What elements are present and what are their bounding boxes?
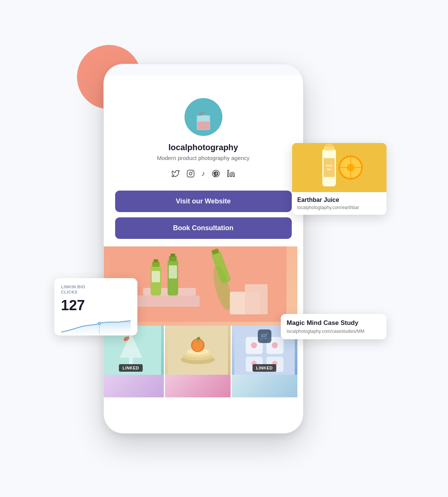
earthbar-card-body: Earthbar Juice localphotogtaphy.com/eart… [292, 192, 386, 215]
earthbar-image-svg: earth bar [292, 143, 386, 192]
earthbar-card: earth bar Earthbar Juice localphotogtaph… [292, 143, 386, 215]
svg-rect-55 [323, 158, 335, 177]
grid-row2-item-1 [103, 375, 164, 397]
magic-mind-card-url: localphotogtaphy.com/casestudies/MM [287, 329, 380, 334]
linked-badge-3: LINKED [252, 364, 277, 372]
book-consultation-button[interactable]: Book Consultation [115, 217, 292, 239]
svg-point-62 [347, 164, 354, 171]
svg-rect-20 [171, 254, 175, 257]
profile-username: localphotography [168, 143, 238, 152]
svg-point-48 [272, 342, 278, 348]
phone-status-bar [104, 64, 303, 75]
earthbar-card-url: localphotogtaphy.com/earthbar [297, 205, 381, 210]
linked-badge-1: LINKED [119, 364, 143, 372]
analytics-card: LINKIN.BIOCLICKS 127 [54, 278, 137, 335]
twitter-icon[interactable] [171, 169, 180, 180]
svg-text:bar: bar [327, 168, 331, 171]
profile-avatar [185, 98, 222, 136]
cart-icon-badge: 🛒 [258, 329, 271, 343]
linkedin-icon[interactable] [227, 169, 235, 180]
analytics-label: LINKIN.BIOCLICKS [61, 284, 131, 295]
pinterest-icon[interactable] [212, 169, 220, 180]
tiktok-icon[interactable]: ♪ [202, 169, 205, 180]
avatar-image [185, 98, 222, 136]
grid-img-2 [165, 326, 231, 375]
phone-mockup: localphotography Modern product photogra… [103, 64, 303, 434]
svg-rect-3 [197, 122, 209, 129]
svg-rect-16 [154, 259, 158, 262]
svg-rect-15 [152, 262, 160, 267]
grid-row2-item-3 [232, 375, 297, 397]
svg-rect-17 [152, 271, 160, 282]
earthbar-card-title: Earthbar Juice [297, 197, 381, 203]
social-icons-row: ♪ [171, 169, 236, 180]
svg-rect-19 [169, 256, 177, 261]
svg-rect-13 [132, 295, 200, 307]
svg-rect-26 [245, 284, 268, 314]
svg-point-8 [192, 171, 192, 172]
magic-mind-card-title: Magic Mind Case Study [287, 319, 380, 327]
svg-rect-9 [228, 172, 229, 177]
svg-point-10 [228, 170, 229, 171]
magic-mind-card: Magic Mind Case Study localphotogtaphy.c… [281, 314, 386, 339]
svg-text:earth: earth [326, 164, 332, 167]
svg-point-7 [189, 172, 192, 175]
svg-point-47 [251, 342, 257, 348]
grid-row2 [103, 375, 297, 397]
analytics-value: 127 [61, 297, 131, 314]
phone-content: localphotography Modern product photogra… [104, 75, 303, 397]
svg-rect-6 [187, 170, 194, 177]
grid-item-2[interactable] [165, 326, 231, 375]
earthbar-card-image: earth bar [292, 143, 386, 192]
visit-website-button[interactable]: Visit our Website [115, 191, 292, 212]
scene: localphotography Modern product photogra… [54, 41, 394, 456]
profile-bio: Modern product photography agency [157, 155, 249, 161]
svg-rect-54 [326, 144, 333, 147]
phone-notch [185, 66, 222, 74]
svg-rect-21 [169, 265, 177, 279]
instagram-icon[interactable] [186, 169, 195, 180]
grid-row2-item-2 [165, 375, 231, 397]
analytics-chart [61, 315, 131, 334]
